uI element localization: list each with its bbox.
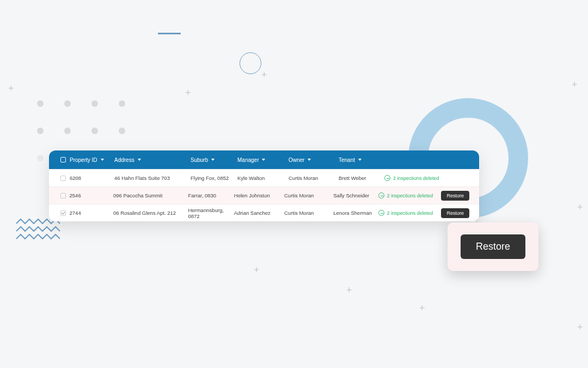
cell-owner: Curtis Moran — [284, 192, 333, 198]
cell-tenant: Sally Schneider — [333, 192, 378, 198]
sort-icon — [262, 159, 265, 161]
column-header-suburb[interactable]: Suburb — [191, 157, 237, 163]
cell-tenant: Brett Weber — [339, 175, 384, 181]
cell-address: 06 Rosalind Glens Apt. 212 — [113, 210, 188, 216]
properties-table: Property ID Address Suburb Manager Owner… — [49, 150, 479, 221]
restore-popout: Restore — [448, 222, 538, 271]
restore-button[interactable]: Restore — [441, 208, 469, 218]
header-label: Tenant — [339, 157, 355, 163]
status-text: 2 inspections deleted — [393, 176, 439, 181]
header-label: Manager — [237, 157, 259, 163]
sort-icon — [138, 159, 141, 161]
cell-address: 096 Pacocha Summit — [113, 192, 188, 198]
column-header-property-id[interactable]: Property ID — [70, 157, 114, 163]
header-label: Suburb — [191, 157, 208, 163]
cell-manager: Helen Johnston — [234, 192, 284, 198]
cell-property-id: 6208 — [70, 175, 114, 181]
table-header-row: Property ID Address Suburb Manager Owner… — [49, 150, 479, 169]
row-checkbox[interactable] — [60, 176, 66, 181]
column-header-tenant[interactable]: Tenant — [339, 157, 384, 163]
row-checkbox[interactable] — [60, 210, 66, 216]
column-header-manager[interactable]: Manager — [237, 157, 289, 163]
table-body: 620846 Hahn Flats Suite 703Flying Fox, 0… — [49, 169, 479, 221]
column-header-owner[interactable]: Owner — [289, 157, 339, 163]
cell-suburb: Farrar, 0830 — [188, 192, 234, 198]
cell-suburb: Hermannsburg, 0872 — [188, 207, 234, 219]
cell-address: 46 Hahn Flats Suite 703 — [114, 175, 191, 181]
sort-icon — [101, 159, 104, 161]
restore-button[interactable]: Restore — [441, 191, 469, 201]
status-text: 2 inspections deleted — [387, 210, 433, 216]
status-text: 2 inspections deleted — [387, 193, 433, 198]
header-label: Property ID — [70, 157, 97, 163]
status-badge: 2 inspections deleted — [384, 175, 449, 181]
table-row: 2546096 Pacocha SummitFarrar, 0830Helen … — [49, 186, 479, 204]
restore-button[interactable]: Restore — [461, 234, 525, 259]
sort-icon — [358, 159, 362, 161]
sort-icon — [211, 159, 215, 161]
cell-owner: Curtis Moran — [289, 175, 339, 181]
status-badge: 2 inspections deleted — [378, 192, 442, 198]
column-header-address[interactable]: Address — [114, 157, 191, 163]
deleted-icon — [378, 192, 384, 198]
header-label: Owner — [289, 157, 304, 163]
table-row: 620846 Hahn Flats Suite 703Flying Fox, 0… — [49, 169, 479, 186]
deleted-icon — [378, 210, 384, 216]
cell-owner: Curtis Moran — [284, 210, 333, 216]
table-row: 274406 Rosalind Glens Apt. 212Hermannsbu… — [49, 204, 479, 221]
sort-icon — [308, 159, 311, 161]
row-checkbox[interactable] — [60, 193, 66, 198]
header-label: Address — [114, 157, 134, 163]
status-badge: 2 inspections deleted — [378, 210, 442, 216]
cell-manager: Adrian Sanchez — [234, 210, 284, 216]
select-all-checkbox[interactable] — [60, 157, 66, 162]
cell-tenant: Lenora Sherman — [333, 210, 378, 216]
cell-property-id: 2744 — [70, 210, 113, 216]
deleted-icon — [384, 175, 390, 181]
cell-suburb: Flying Fox, 0852 — [191, 175, 237, 181]
cell-manager: Kyle Walton — [237, 175, 289, 181]
cell-property-id: 2546 — [70, 192, 113, 198]
